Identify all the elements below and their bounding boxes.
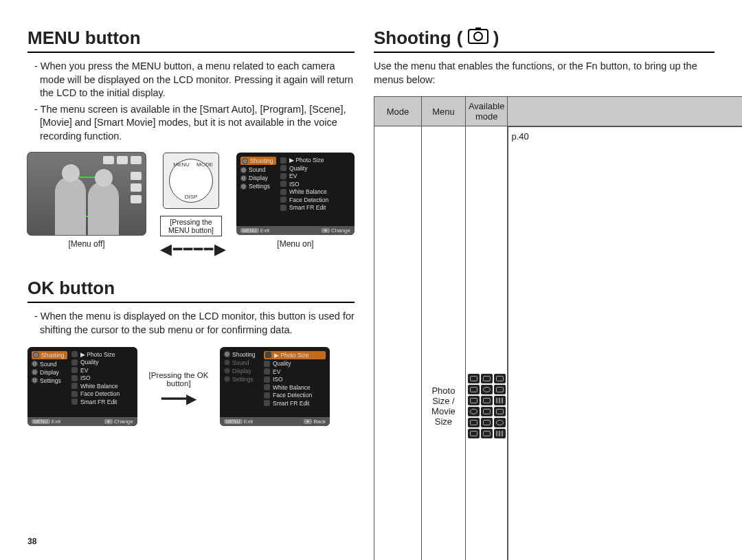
mode-icon xyxy=(468,418,480,427)
mode-icon xyxy=(468,396,480,405)
menu-item-icon xyxy=(280,157,286,164)
menu-main-item: White Balance xyxy=(280,188,350,195)
menu-on-caption: [Menu on] xyxy=(236,239,355,249)
menu-side-item: Display xyxy=(32,369,67,376)
th-avail: Available mode xyxy=(465,97,508,126)
menu-main-item: EV xyxy=(280,172,350,179)
menu-side-icon xyxy=(33,352,39,358)
menu-item-icon xyxy=(71,351,78,357)
menu-main-item: Face Detection xyxy=(280,197,350,203)
menu-item-icon xyxy=(71,383,78,389)
menu-item-icon xyxy=(264,392,270,399)
th-mode: Mode xyxy=(374,97,422,126)
quality-icon xyxy=(131,183,142,192)
menu-item-icon xyxy=(264,361,270,367)
shooting-heading: Shooting ( ) xyxy=(374,27,715,53)
menu-item-icon xyxy=(264,384,270,390)
menu-main-item: Face Detection xyxy=(264,392,326,399)
menu-screen-after: ShootingSoundDisplaySettings ▶ Photo Siz… xyxy=(220,347,330,426)
menu-main-item: ISO xyxy=(264,376,326,383)
menu-item-icon xyxy=(264,400,270,406)
menu-main-item: Quality xyxy=(71,359,133,366)
menu-item-icon xyxy=(280,173,286,179)
menu-side-item: Sound xyxy=(240,166,276,173)
menu-button-body: - When you press the MENU button, a menu… xyxy=(27,60,355,143)
cam-mode-icon xyxy=(131,156,142,164)
card-icon xyxy=(117,156,128,164)
menu-side-item: Settings xyxy=(224,376,260,383)
th-page: Page xyxy=(508,97,742,126)
joystick-icon: ✦ xyxy=(322,228,330,233)
menu-item-icon xyxy=(280,189,286,195)
mode-icon xyxy=(494,429,506,438)
wheel-menu-label: MENU xyxy=(173,161,190,168)
menu-main-item: ▶ Photo Size xyxy=(280,157,350,164)
mode-cell: (Shooting) xyxy=(374,126,422,560)
mode-icon xyxy=(468,385,480,394)
lcd-menu-on: ShootingSoundDisplaySettings ▶ Photo Siz… xyxy=(236,153,355,249)
menu-main-item: White Balance xyxy=(264,384,326,391)
mode-icon xyxy=(481,407,493,416)
mode-icon xyxy=(481,418,493,427)
menu-main-item: Smart FR Edit xyxy=(280,204,350,211)
arrow-both-icon: ◀━━━━▶ xyxy=(160,240,222,258)
menu-screen-on: ShootingSoundDisplaySettings ▶ Photo Siz… xyxy=(236,153,355,235)
menu-side-icon xyxy=(32,369,38,375)
mode-icon xyxy=(481,385,493,394)
menu-button-heading: MENU button xyxy=(27,27,355,53)
camera-icon: ( ) xyxy=(457,27,499,49)
pressing-menu-caption: [Pressing the MENU button] xyxy=(160,216,222,236)
menu-item-icon xyxy=(280,165,286,171)
menu-main-item: ▶ Photo Size xyxy=(71,351,133,358)
battery-icon xyxy=(103,156,114,164)
mode-icon xyxy=(494,396,506,405)
menu-para1: - When you press the MENU button, a menu… xyxy=(27,60,355,100)
menu-main-item: Quality xyxy=(280,165,350,172)
menu-side-item: Display xyxy=(240,175,276,181)
page-cell: p.40 xyxy=(508,126,742,560)
joystick-icon: ✦ xyxy=(304,419,312,424)
menu-cell: Photo Size / Movie Size xyxy=(421,126,465,560)
menu-side-item: Settings xyxy=(32,377,67,384)
flash-icon xyxy=(131,195,142,203)
menu-item-icon xyxy=(264,377,270,383)
page-number: 38 xyxy=(27,537,36,546)
ok-button-body: - When the menu is displayed on the LCD … xyxy=(27,310,355,337)
wheel-disp-label: DISP xyxy=(185,194,198,200)
lcd-menu-off: [Menu off] xyxy=(27,153,146,249)
menu-exit-label: Exit xyxy=(260,227,269,234)
menu-side-icon xyxy=(240,167,247,173)
menu-side-icon xyxy=(32,361,38,367)
menu-item-icon xyxy=(280,205,286,211)
photosize-icon xyxy=(131,172,142,180)
arrow-right-icon: ━━━▶ xyxy=(146,390,212,407)
menu-side-item: Settings xyxy=(240,183,276,190)
menu-change-label: Change xyxy=(114,418,133,425)
menu-item-icon xyxy=(71,367,78,373)
control-wheel: MENU MODE DISP [Pressing the MENU button… xyxy=(160,153,222,258)
menu-main-item: EV xyxy=(71,367,133,374)
menu-tag-icon: MENU xyxy=(32,419,50,424)
menu-main-item: EV xyxy=(264,368,326,375)
wheel-mode-label: MODE xyxy=(196,161,213,168)
menu-main-item: Face Detection xyxy=(71,390,133,397)
ok-button-heading: OK button xyxy=(27,278,355,303)
menu-side-icon xyxy=(240,175,247,181)
th-menu: Menu xyxy=(421,97,465,126)
menu-main-item: Smart FR Edit xyxy=(71,399,133,405)
mode-icon xyxy=(481,374,493,383)
menu-main-item: White Balance xyxy=(71,383,133,390)
pressing-ok-caption: [Pressing the OK button] ━━━▶ xyxy=(146,371,212,407)
mode-icon xyxy=(494,385,506,394)
mode-icon xyxy=(494,407,506,416)
menu-back-label: Back xyxy=(313,418,326,425)
menu-item-icon xyxy=(71,359,78,366)
menu-main-item: ISO xyxy=(280,181,350,188)
menu-side-icon xyxy=(32,377,38,383)
menu-item-icon xyxy=(280,181,286,187)
mode-icon xyxy=(468,374,480,383)
lcd-preview-row: [Menu off] MENU MODE DISP [Pressing the … xyxy=(27,153,355,258)
ok-preview-row: ShootingSoundDisplaySettings ▶ Photo Siz… xyxy=(27,347,355,426)
menu-side-icon xyxy=(224,376,230,382)
ok-para1: - When the menu is displayed on the LCD … xyxy=(27,310,355,337)
